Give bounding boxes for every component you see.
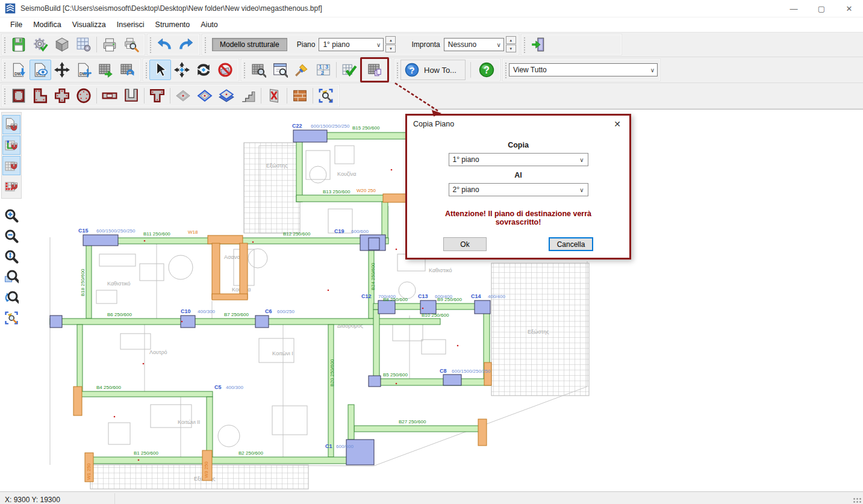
menu-item-modifica[interactable]: Modifica	[28, 19, 67, 31]
structural-model-button[interactable]: Modello strutturale	[212, 38, 287, 51]
snap-grid-button[interactable]	[2, 156, 20, 175]
column[interactable]	[293, 130, 327, 142]
building-refresh-button[interactable]	[116, 60, 138, 80]
zoom-extents-button[interactable]	[2, 247, 20, 266]
slab-flat-button[interactable]	[172, 86, 194, 106]
report-zoom-button[interactable]	[269, 60, 291, 80]
column-l-button[interactable]	[30, 86, 51, 106]
wall[interactable]	[212, 294, 248, 300]
delete-tool-button[interactable]	[214, 60, 236, 80]
piano-stepper[interactable]: ▲▼	[385, 36, 396, 53]
piano-select[interactable]: 1° piano∨	[319, 38, 384, 51]
beam[interactable]	[50, 319, 440, 325]
beam[interactable]	[348, 405, 354, 440]
redo-button[interactable]	[175, 34, 197, 55]
snap-line-button[interactable]	[2, 135, 20, 155]
zoom-window-button[interactable]	[2, 267, 20, 287]
wall-section-button[interactable]	[99, 86, 120, 106]
snap-dwg-button[interactable]	[2, 115, 20, 134]
column[interactable]	[420, 300, 436, 314]
zoom-out-button[interactable]	[2, 226, 20, 246]
drawing-canvas[interactable]: ΚουζίναΚουζίναΛουτρόΚαθιστικόΚαθιστικόΚο…	[0, 109, 863, 491]
dialog-title-bar[interactable]: Copia Piano ✕	[407, 116, 629, 132]
ok-button[interactable]: Ok	[443, 237, 487, 251]
piano-step-down[interactable]: ▼	[385, 45, 396, 52]
beam[interactable]	[77, 325, 83, 391]
piano-step-up[interactable]: ▲	[385, 36, 396, 44]
close-button[interactable]: ✕	[835, 0, 863, 17]
exit-button[interactable]	[528, 34, 549, 55]
snap-points-button[interactable]	[2, 176, 20, 196]
impronta-step-up[interactable]: ▲	[506, 36, 516, 44]
renumber-button[interactable]	[313, 60, 334, 80]
column[interactable]	[181, 316, 195, 328]
menu-item-aiuto[interactable]: Aiuto	[195, 19, 223, 31]
zoom-selection-button[interactable]	[315, 86, 337, 106]
infill-wall-button[interactable]	[289, 86, 311, 106]
impronta-select[interactable]: Nessuno∨	[444, 38, 504, 51]
cancel-button[interactable]: Cancella	[549, 237, 593, 251]
minimize-button[interactable]: —	[780, 0, 808, 17]
beam[interactable]	[296, 139, 302, 202]
zoom-pan-button[interactable]	[2, 288, 20, 307]
beam[interactable]	[89, 457, 348, 464]
beam[interactable]	[373, 379, 491, 385]
dwg-visibility-button[interactable]	[30, 60, 51, 80]
menu-item-file[interactable]: File	[5, 19, 28, 31]
print-button[interactable]	[99, 34, 120, 55]
impronta-step-down[interactable]: ▼	[506, 45, 516, 52]
beam[interactable]	[373, 310, 379, 379]
beam[interactable]	[328, 325, 334, 457]
column[interactable]	[475, 300, 490, 314]
copy-to-select[interactable]: 2° piano∨	[449, 183, 588, 196]
view-select[interactable]: View Tutto∨	[509, 63, 658, 76]
column[interactable]	[378, 300, 395, 314]
how-to-button[interactable]: How To...	[400, 60, 466, 80]
column[interactable]	[369, 376, 381, 387]
dialog-close-icon[interactable]: ✕	[605, 119, 629, 129]
3d-view-button[interactable]	[51, 34, 73, 55]
grid-settings-button[interactable]	[73, 34, 95, 55]
paint-properties-button[interactable]	[291, 60, 313, 80]
column[interactable]	[369, 238, 379, 250]
center-plan-button[interactable]	[51, 60, 73, 80]
menu-item-inserisci[interactable]: Inserisci	[111, 19, 150, 31]
dwg-import-button[interactable]	[8, 60, 30, 80]
stairs-button[interactable]	[237, 86, 259, 106]
settings-button[interactable]	[30, 34, 51, 55]
column[interactable]	[255, 316, 269, 328]
copy-floor-button[interactable]	[360, 57, 389, 82]
maximize-button[interactable]: ▢	[808, 0, 835, 17]
print-preview-button[interactable]	[120, 34, 142, 55]
dwg-move-button[interactable]	[73, 60, 95, 80]
column-round-button[interactable]	[73, 86, 95, 106]
rotate-tool-button[interactable]	[193, 60, 214, 80]
save-button[interactable]	[8, 34, 30, 55]
help-button[interactable]	[476, 60, 497, 80]
select-tool-button[interactable]	[149, 60, 171, 80]
undo-button[interactable]	[154, 34, 175, 55]
opening-button[interactable]	[263, 86, 285, 106]
wall[interactable]	[484, 362, 491, 385]
building-export-button[interactable]	[95, 60, 116, 80]
column-rect-button[interactable]	[8, 86, 30, 106]
wall[interactable]	[240, 243, 248, 299]
menu-item-strumento[interactable]: Strumento	[150, 19, 196, 31]
wall[interactable]	[73, 387, 82, 415]
beam[interactable]	[354, 426, 482, 432]
wall[interactable]	[478, 419, 487, 446]
wall[interactable]	[208, 235, 243, 244]
slab-inclined-button[interactable]	[216, 86, 237, 106]
column[interactable]	[50, 316, 62, 328]
beam[interactable]	[382, 202, 388, 238]
impronta-stepper[interactable]: ▲▼	[506, 36, 516, 53]
beam[interactable]	[296, 195, 388, 202]
zoom-select-button[interactable]	[2, 308, 20, 328]
beam[interactable]	[207, 397, 213, 457]
beam[interactable]	[77, 391, 213, 397]
menu-item-visualizza[interactable]: Visualizza	[67, 19, 111, 31]
column-t-button[interactable]	[51, 86, 73, 106]
slab-rigid-button[interactable]	[194, 86, 216, 106]
zoom-in-button[interactable]	[2, 206, 20, 225]
column[interactable]	[443, 375, 461, 385]
